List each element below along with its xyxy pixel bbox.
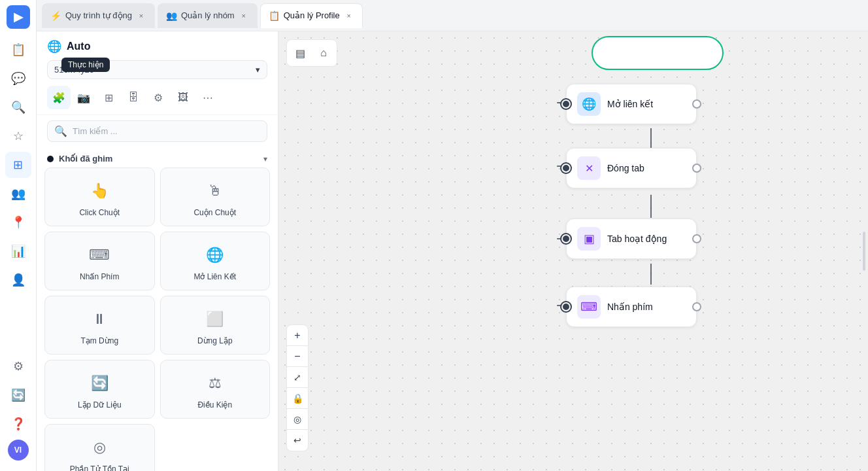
sidebar-item-users[interactable]: 👥 [5,181,31,207]
sidebar-item-search[interactable]: 🔍 [5,94,31,120]
tab-bar: ⚡ Quy trình tự động × 👥 Quản lý nhóm × 📋… [37,0,868,31]
block-condition-icon: ⚖ [203,372,227,395]
more-toolbar-btn[interactable]: ⋯ [196,86,220,109]
block-pause[interactable]: ⏸ Tạm Dừng [44,296,155,355]
tab-profile[interactable]: 📋 Quản lý Profile × [260,3,363,28]
search-row: 🔍 [37,115,278,147]
canvas-area[interactable]: ▤ ⌂ [278,31,868,471]
panel-header: 🌐 Auto 51ciw4yz6 ▾ 🧩 📷 ⊞ 🗄 ⚙ 🖼 ⋯ [37,31,278,115]
sidebar-item-activity[interactable]: 📋 [5,37,31,63]
panel-toolbar: 🧩 📷 ⊞ 🗄 ⚙ 🖼 ⋯ [47,86,267,109]
table-toolbar-btn[interactable]: ⊞ [97,86,120,109]
sidebar-item-usergroup[interactable]: 👤 [5,267,31,293]
panel-globe-icon: 🌐 [47,39,61,54]
section-recorded[interactable]: Khối đã ghim ▾ [42,147,273,167]
node-active-tab-label: Tab hoạt động [607,234,667,244]
block-loop[interactable]: ⬜ Dừng Lặp [160,296,271,355]
block-press-key-label: Nhấn Phím [80,272,119,281]
workflow-tab-icon: ⚡ [50,10,61,21]
profile-tab-label: Quản lý Profile [284,10,340,20]
camera-toolbar-btn[interactable]: 📷 [72,86,95,109]
block-element-exists-icon: ◎ [88,436,111,459]
block-pause-label: Tạm Dừng [80,336,118,345]
node-active-tab-left-dot [561,234,571,243]
block-click-mouse[interactable]: 👆 Click Chuột [44,167,155,226]
block-scroll-mouse[interactable]: 🖱 Cuộn Chuột [160,167,271,226]
search-wrap: 🔍 [47,120,267,142]
node-open-link-label: Mở liên kết [607,99,653,109]
block-element-exists[interactable]: ◎ Phần Tử Tồn Tại [44,424,155,471]
block-click-mouse-icon: 👆 [88,179,111,203]
block-condition[interactable]: ⚖ Điều Kiện [160,360,271,419]
svg-rect-0 [592,37,723,69]
node-press-key-left-dot [561,302,571,311]
groups-tab-close[interactable]: × [239,10,249,21]
zoom-lock-btn[interactable]: 🔒 [287,388,308,409]
node-press-key-icon: ⌨ [577,295,601,319]
zoom-out-btn[interactable]: − [287,346,308,367]
zoom-undo-btn[interactable]: ↩ [287,430,308,451]
node-press-key[interactable]: ⌨ Nhấn phím [566,287,697,327]
search-icon: 🔍 [54,125,67,137]
node-active-tab[interactable]: ▣ Tab hoạt động [566,218,697,259]
groups-tab-label: Quản lý nhóm [181,10,235,20]
sidebar-item-chat[interactable]: 💬 [5,65,31,92]
sidebar-item-analytics[interactable]: 📊 [5,238,31,264]
workflow-tab-close[interactable]: × [136,10,146,21]
node-close-tab-left-dot [561,164,571,173]
sidebar: ▶ 📋 💬 🔍 ☆ ⊞ 👥 📍 📊 👤 ⚙ 🔄 ❓ VI [0,0,37,471]
block-loop-data[interactable]: 🔄 Lặp Dữ Liệu [44,360,155,419]
sidebar-item-location[interactable]: 📍 [5,209,31,236]
profile-tab-icon: 📋 [269,10,280,21]
zoom-in-btn[interactable]: + [287,325,308,346]
left-panel: 🌐 Auto 51ciw4yz6 ▾ 🧩 📷 ⊞ 🗄 ⚙ 🖼 ⋯ [37,31,278,471]
block-press-key[interactable]: ⌨ Nhấn Phím [44,232,155,290]
profile-tab-close[interactable]: × [344,10,354,21]
search-input[interactable] [73,126,260,136]
user-avatar[interactable]: VI [8,440,29,461]
block-open-link[interactable]: 🌐 Mở Liên Kết [160,232,271,290]
node-press-key-right-dot [692,302,701,311]
tooltip-popup: Thực hiện [61,58,110,72]
settings-toolbar-btn[interactable]: ⚙ [146,86,170,109]
node-open-link[interactable]: 🌐 Mở liên kết [566,84,697,124]
node-open-link-left-dot [561,99,571,109]
sidebar-item-star[interactable]: ☆ [5,123,31,149]
sidebar-item-help[interactable]: ❓ [5,411,31,437]
image-toolbar-btn[interactable]: 🖼 [171,86,195,109]
block-pause-icon: ⏸ [88,307,111,331]
section-recorded-chevron: ▾ [263,154,267,164]
canvas-sidebar-toggle[interactable]: ▤ [290,43,310,63]
node-open-link-icon: 🌐 [577,92,601,116]
blocks-grid-recorded: 👆 Click Chuột 🖱 Cuộn Chuột ⌨ Nhấn Phím 🌐… [42,167,273,471]
section-recorded-title: Khối đã ghim [59,154,112,164]
section-recorded-title-row: Khối đã ghim [47,154,112,164]
tab-groups[interactable]: 👥 Quản lý nhóm × [158,3,258,28]
block-list: Khối đã ghim ▾ 👆 Click Chuột 🖱 Cuộn Chuộ… [37,147,278,471]
workflow-tab-label: Quy trình tự động [65,10,132,20]
block-scroll-mouse-label: Cuộn Chuột [193,208,236,217]
scroll-indicator [863,232,865,271]
block-press-key-icon: ⌨ [88,243,111,267]
node-open-link-right-dot [692,99,701,109]
block-loop-icon: ⬜ [203,307,227,331]
main-area: ⚡ Quy trình tự động × 👥 Quản lý nhóm × 📋… [37,0,868,471]
extension-toolbar-btn[interactable]: 🧩 [47,86,71,109]
block-loop-data-label: Lặp Dữ Liệu [78,400,122,410]
database-toolbar-btn[interactable]: 🗄 [122,86,145,109]
sidebar-item-blocks[interactable]: ⊞ [5,152,31,178]
flow-container: 🌐 Mở liên kết ✕ Đóng tab ▣ Tab hoạt động [278,31,868,471]
tooltip-text: Thực hiện [68,60,103,69]
block-loop-data-icon: 🔄 [88,372,111,395]
app-logo[interactable]: ▶ [7,5,30,29]
node-close-tab[interactable]: ✕ Đóng tab [566,148,697,188]
panel-title: Auto [67,41,90,52]
block-loop-label: Dừng Lặp [197,336,233,345]
zoom-target-btn[interactable]: ◎ [287,409,308,430]
zoom-fit-btn[interactable]: ⤢ [287,367,308,388]
sidebar-item-refresh[interactable]: 🔄 [5,382,31,408]
tab-workflow[interactable]: ⚡ Quy trình tự động × [42,3,155,28]
node-active-tab-right-dot [692,234,701,243]
sidebar-item-settings2[interactable]: ⚙ [5,353,31,379]
canvas-home-btn[interactable]: ⌂ [313,43,334,63]
